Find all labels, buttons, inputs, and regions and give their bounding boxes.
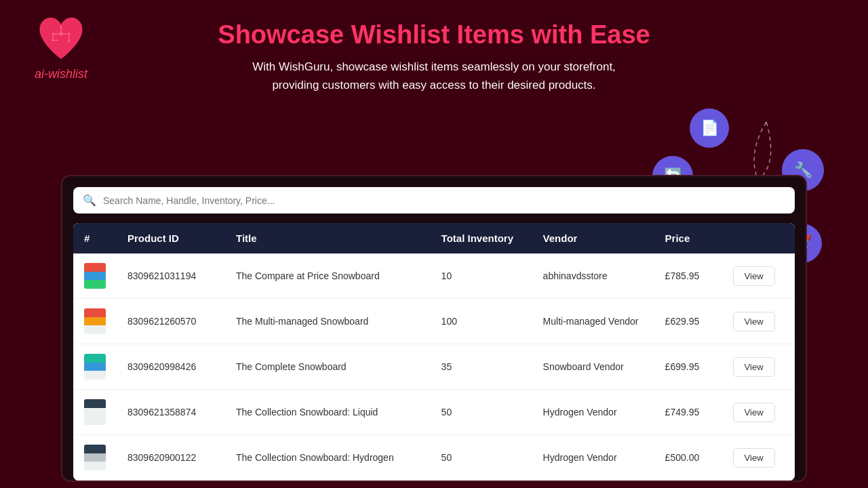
row-number: [73, 299, 117, 344]
action-cell: View: [722, 299, 795, 344]
price: £699.95: [654, 344, 722, 390]
action-cell: View: [722, 344, 795, 390]
product-thumbnail: [84, 399, 106, 425]
product-id: 8309621260570: [117, 299, 225, 344]
doc-icon-button[interactable]: 📄: [690, 108, 729, 148]
action-cell: View: [722, 253, 795, 299]
price: £785.95: [654, 253, 722, 299]
product-id: 8309620998426: [117, 344, 225, 390]
total-inventory: 50: [431, 435, 532, 481]
hero-subtitle: With WishGuru, showcase wishlist items s…: [252, 58, 616, 94]
row-number: [73, 344, 117, 390]
search-bar-wrapper: 🔍: [73, 187, 795, 214]
col-header-inventory: Total Inventory: [431, 223, 532, 253]
view-button[interactable]: View: [733, 448, 775, 468]
price: £629.95: [654, 299, 722, 344]
col-header-number: #: [73, 223, 117, 253]
total-inventory: 10: [431, 253, 532, 299]
col-header-product-id: Product ID: [117, 223, 225, 253]
price: £500.00: [654, 435, 722, 481]
col-header-title: Title: [225, 223, 431, 253]
view-button[interactable]: View: [733, 357, 775, 377]
view-button[interactable]: View: [733, 266, 775, 286]
product-thumbnail: [84, 308, 106, 334]
col-header-price: Price: [654, 223, 722, 253]
product-id: 8309621031194: [117, 253, 225, 299]
product-title: The Collection Snowboard: Liquid: [225, 390, 431, 435]
table-row: 8309621260570The Multi-managed Snowboard…: [73, 299, 795, 344]
product-title: The Multi-managed Snowboard: [225, 299, 431, 344]
product-title: The Complete Snowboard: [225, 344, 431, 390]
col-header-vendor: Vendor: [532, 223, 654, 253]
total-inventory: 50: [431, 390, 532, 435]
hero-section: Showcase Wishlist Items with Ease With W…: [0, 0, 868, 108]
row-number: [73, 253, 117, 299]
price: £749.95: [654, 390, 722, 435]
table-row: 8309621031194The Compare at Price Snowbo…: [73, 253, 795, 299]
view-button[interactable]: View: [733, 312, 775, 331]
vendor: abhinavdsstore: [532, 253, 654, 299]
product-thumbnail: [84, 354, 106, 380]
product-id: 8309620900122: [117, 435, 225, 481]
product-id: 8309621358874: [117, 390, 225, 435]
row-number: [73, 435, 117, 481]
action-cell: View: [722, 390, 795, 435]
product-table: # Product ID Title Total Inventory Vendo…: [73, 223, 795, 481]
table-row: 8309620900122The Collection Snowboard: H…: [73, 435, 795, 481]
table-row: 8309621358874The Collection Snowboard: L…: [73, 390, 795, 435]
col-header-action: [722, 223, 795, 253]
vendor: Hydrogen Vendor: [532, 390, 654, 435]
product-title: The Compare at Price Snowboard: [225, 253, 431, 299]
search-input[interactable]: [103, 195, 785, 206]
product-title: The Collection Snowboard: Hydrogen: [225, 435, 431, 481]
vendor: Hydrogen Vendor: [532, 435, 654, 481]
view-button[interactable]: View: [733, 403, 775, 422]
total-inventory: 100: [431, 299, 532, 344]
product-thumbnail: [84, 445, 106, 470]
total-inventory: 35: [431, 344, 532, 390]
table-body: 8309621031194The Compare at Price Snowbo…: [73, 253, 795, 481]
hero-title: Showcase Wishlist Items with Ease: [218, 20, 650, 49]
row-number: [73, 390, 117, 435]
table-row: 8309620998426The Complete Snowboard35Sno…: [73, 344, 795, 390]
action-cell: View: [722, 435, 795, 481]
vendor: Snowboard Vendor: [532, 344, 654, 390]
vendor: Multi-managed Vendor: [532, 299, 654, 344]
search-icon: 🔍: [83, 194, 96, 207]
main-content: 🔍 # Product ID Title Total Inventory Ven…: [61, 175, 807, 482]
table-header: # Product ID Title Total Inventory Vendo…: [73, 223, 795, 253]
product-thumbnail: [84, 263, 106, 289]
